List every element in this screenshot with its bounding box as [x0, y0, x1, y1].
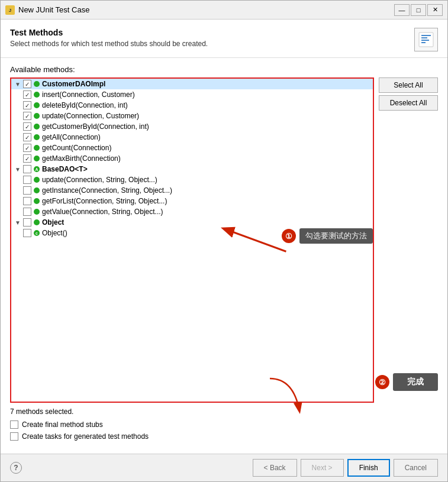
checkbox-baseDAO[interactable]: [23, 165, 31, 173]
option-checkbox-tasks[interactable]: [10, 432, 18, 441]
status-bar: 7 methods selected.: [10, 403, 438, 418]
checkbox-update[interactable]: ✓: [23, 112, 31, 120]
tree-row-object[interactable]: ▼ Object: [11, 217, 373, 228]
option-row-final: Create final method stubs: [10, 420, 438, 429]
option-checkbox-final[interactable]: [10, 420, 18, 429]
label-getValue: getValue(Connection, String, Object...): [42, 208, 163, 216]
finish-button[interactable]: Finish: [347, 459, 390, 477]
tree-row-baseDAO[interactable]: ▼ A BaseDAO<T>: [11, 164, 373, 174]
label-getForList: getForList(Connection, String, Object...…: [42, 197, 167, 205]
header-subtitle: Select methods for which test method stu…: [10, 40, 414, 48]
dot-getCount: [34, 145, 40, 151]
header-icon: [414, 28, 438, 51]
label-objectMethod: Object(): [42, 229, 67, 237]
dot-object: [34, 219, 40, 225]
tree-row-getInstance[interactable]: getInstance(Connection, String, Object..…: [11, 185, 373, 196]
dot-deleteById: [34, 102, 40, 108]
dot-update2: [34, 177, 40, 183]
methods-container: ▼ ✓ CustomerDAOImpl ✓ insert(Connection,…: [10, 77, 438, 403]
checkbox-getAll[interactable]: ✓: [23, 133, 31, 141]
tree-row-getValue[interactable]: getValue(Connection, String, Object...): [11, 206, 373, 217]
checkbox-getCount[interactable]: ✓: [23, 144, 31, 152]
label-update2: update(Connection, String, Object...): [42, 176, 157, 184]
chevron-baseDAO: ▼: [14, 166, 22, 173]
svg-text:J: J: [9, 8, 11, 13]
label-getInstance: getInstance(Connection, String, Object..…: [42, 186, 172, 195]
tree-row-getForList[interactable]: getForList(Connection, String, Object...…: [11, 196, 373, 206]
checkbox-deleteById[interactable]: ✓: [23, 101, 31, 109]
checkbox-object[interactable]: [23, 218, 31, 227]
chevron-customerDAOImpl: ▼: [14, 81, 22, 88]
dot-getInstance: [34, 187, 40, 193]
checkbox-getCustomerById[interactable]: ✓: [23, 122, 31, 131]
checkbox-getInstance[interactable]: [23, 186, 31, 195]
dot-getMaxBirth: [34, 156, 40, 161]
help-icon[interactable]: ?: [10, 462, 22, 474]
checkbox-customerDAOImpl[interactable]: ✓: [23, 80, 31, 88]
options-area: Create final method stubs Create tasks f…: [10, 418, 438, 447]
side-buttons: Select All Deselect All: [379, 77, 438, 403]
option-label-tasks: Create tasks for generated test methods: [22, 432, 149, 441]
checkbox-getForList[interactable]: [23, 197, 31, 205]
label-deleteById: deleteById(Connection, int): [42, 101, 128, 109]
header-section: Test Methods Select methods for which te…: [1, 20, 447, 58]
label-customerDAOImpl: CustomerDAOImpl: [42, 80, 105, 88]
label-getCustomerById: getCustomerById(Connection, int): [42, 122, 149, 131]
chevron-object: ▼: [14, 219, 22, 226]
checkbox-objectMethod[interactable]: [23, 229, 31, 237]
tree-row-customerDAOImpl[interactable]: ▼ ✓ CustomerDAOImpl: [11, 79, 373, 89]
bottom-buttons: < Back Next > Finish Cancel: [253, 459, 438, 477]
label-getCount: getCount(Connection): [42, 144, 111, 152]
option-row-tasks: Create tasks for generated test methods: [10, 432, 438, 441]
dot-getAll: [34, 134, 40, 140]
next-button[interactable]: Next >: [301, 459, 344, 477]
tree-row-update[interactable]: ✓ update(Connection, Customer): [11, 111, 373, 121]
methods-area: ▼ ✓ CustomerDAOImpl ✓ insert(Connection,…: [10, 77, 438, 403]
dot-getCustomerById: [34, 124, 40, 130]
cancel-button[interactable]: Cancel: [394, 459, 438, 477]
window-controls: — □ ✕: [394, 4, 443, 16]
label-object: Object: [42, 218, 64, 227]
label-baseDAO: BaseDAO<T>: [42, 165, 88, 173]
label-insert: insert(Connection, Customer): [42, 90, 135, 99]
dot-getValue: [34, 209, 40, 215]
bottom-bar: ? < Back Next > Finish Cancel: [1, 454, 447, 481]
header-text: Test Methods Select methods for which te…: [10, 28, 414, 48]
label-getAll: getAll(Connection): [42, 133, 101, 141]
header-title: Test Methods: [10, 28, 414, 37]
checkbox-getMaxBirth[interactable]: ✓: [23, 154, 31, 163]
dot-getForList: [34, 198, 40, 204]
deselect-all-button[interactable]: Deselect All: [379, 95, 438, 111]
tree-row-getMaxBirth[interactable]: ✓ getMaxBirth(Connection): [11, 153, 373, 164]
dot-insert: [34, 92, 40, 98]
tree-row-getAll[interactable]: ✓ getAll(Connection): [11, 132, 373, 143]
label-update: update(Connection, Customer): [42, 112, 139, 120]
tree-row-objectMethod[interactable]: c Object(): [11, 228, 373, 238]
tree-panel[interactable]: ▼ ✓ CustomerDAOImpl ✓ insert(Connection,…: [10, 77, 374, 403]
back-button[interactable]: < Back: [253, 459, 297, 477]
minimize-button[interactable]: —: [394, 4, 410, 16]
status-text: 7 methods selected.: [10, 407, 73, 416]
close-button[interactable]: ✕: [427, 4, 443, 16]
app-icon: J: [5, 5, 15, 15]
option-label-final: Create final method stubs: [22, 420, 103, 429]
title-bar: J New JUnit Test Case — □ ✕: [1, 1, 447, 20]
maximize-button[interactable]: □: [411, 4, 426, 16]
dot-customerDAOImpl: [34, 81, 40, 87]
tree-row-getCustomerById[interactable]: ✓ getCustomerById(Connection, int): [11, 121, 373, 132]
available-label: Available methods:: [10, 65, 438, 74]
window: J New JUnit Test Case — □ ✕ Test Methods…: [0, 0, 448, 482]
tree-row-deleteById[interactable]: ✓ deleteById(Connection, int): [11, 100, 373, 111]
checkbox-update2[interactable]: [23, 176, 31, 184]
tree-row-getCount[interactable]: ✓ getCount(Connection): [11, 143, 373, 153]
label-getMaxBirth: getMaxBirth(Connection): [42, 154, 121, 163]
tree-row-insert[interactable]: ✓ insert(Connection, Customer): [11, 89, 373, 100]
content-area: Available methods: ▼ ✓ CustomerDAOImpl ✓: [1, 58, 447, 454]
select-all-button[interactable]: Select All: [379, 77, 438, 93]
checkbox-getValue[interactable]: [23, 208, 31, 216]
window-title: New JUnit Test Case: [18, 5, 394, 14]
tree-row-update2[interactable]: update(Connection, String, Object...): [11, 174, 373, 185]
dot-update: [34, 113, 40, 119]
checkbox-insert[interactable]: ✓: [23, 90, 31, 99]
